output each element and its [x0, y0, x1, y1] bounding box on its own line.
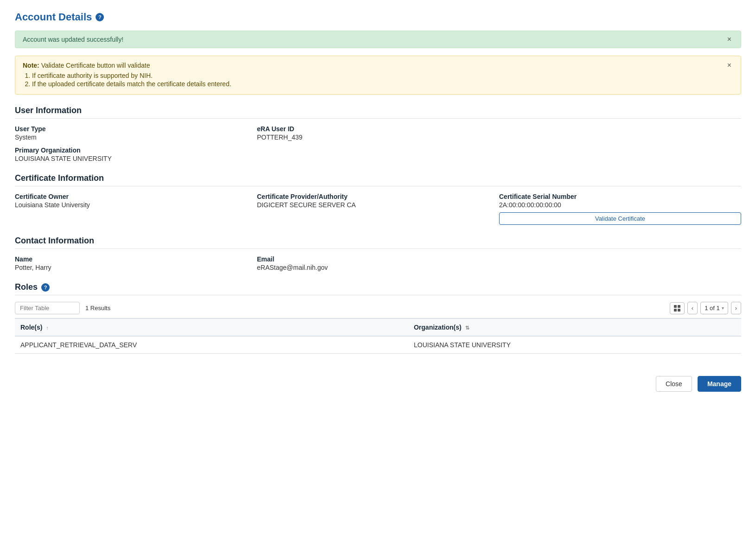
cert-provider-label: Certificate Provider/Authority: [257, 193, 499, 200]
column-header-organizations[interactable]: Organization(s) ⇅: [408, 318, 741, 336]
warning-list-item-2: If the uploaded certificate details matc…: [32, 80, 725, 88]
user-information-section-title: User Information: [15, 106, 741, 119]
page-title: Account Details ?: [15, 11, 741, 23]
contact-email-item: Email eRAStage@mail.nih.gov: [257, 255, 499, 271]
cert-owner-value: Louisiana State University: [15, 201, 257, 209]
column-toggle-button[interactable]: [670, 302, 685, 314]
primary-org-item: Primary Organization LOUISIANA STATE UNI…: [15, 146, 257, 162]
roles-section-title: Roles ?: [15, 282, 741, 295]
contact-name-label: Name: [15, 255, 257, 263]
roles-help-icon[interactable]: ?: [41, 283, 50, 292]
roles-table: Role(s) ↑ Organization(s) ⇅ APPLICANT_RE…: [15, 318, 741, 354]
table-toolbar-right: ‹ 1 of 1 ▾ ›: [670, 302, 741, 314]
warning-alert: Note: Validate Certificate button will v…: [15, 56, 741, 95]
warning-list-item-1: If certificate authority is supported by…: [32, 72, 725, 79]
pagination-dropdown-icon: ▾: [722, 306, 724, 311]
pagination-prev-button[interactable]: ‹: [687, 302, 698, 314]
results-count: 1 Results: [85, 305, 110, 312]
table-header: Role(s) ↑ Organization(s) ⇅: [15, 318, 741, 336]
era-user-id-label: eRA User ID: [257, 125, 499, 133]
column-organizations-label: Organization(s): [414, 324, 461, 331]
footer-actions: Close Manage: [15, 369, 741, 392]
table-cell-organization: LOUISIANA STATE UNIVERSITY: [408, 336, 741, 354]
pagination-current-text: 1 of 1: [705, 305, 720, 312]
table-header-row: Role(s) ↑ Organization(s) ⇅: [15, 318, 741, 336]
table-toolbar-left: 1 Results: [15, 302, 110, 314]
column-header-roles[interactable]: Role(s) ↑: [15, 318, 408, 336]
cert-serial-item: Certificate Serial Number 2A:00:00:00:00…: [499, 193, 741, 225]
warning-alert-close-button[interactable]: ×: [725, 62, 733, 69]
cert-owner-item: Certificate Owner Louisiana State Univer…: [15, 193, 257, 225]
contact-information-grid: Name Potter, Harry Email eRAStage@mail.n…: [15, 255, 741, 271]
table-body: APPLICANT_RETRIEVAL_DATA_SERVLOUISIANA S…: [15, 336, 741, 354]
table-cell-role: APPLICANT_RETRIEVAL_DATA_SERV: [15, 336, 408, 354]
organizations-sort-icon: ⇅: [465, 325, 469, 331]
warning-note-label: Note:: [23, 62, 39, 69]
contact-information-section-title: Contact Information: [15, 236, 741, 249]
pagination-current[interactable]: 1 of 1 ▾: [700, 302, 728, 314]
cert-serial-label: Certificate Serial Number: [499, 193, 741, 200]
user-type-value: System: [15, 134, 257, 141]
primary-org-label: Primary Organization: [15, 146, 257, 154]
cert-owner-label: Certificate Owner: [15, 193, 257, 200]
cert-provider-value: DIGICERT SECURE SERVER CA: [257, 201, 499, 209]
era-user-id-item: eRA User ID POTTERH_439: [257, 125, 499, 141]
cert-serial-value: 2A:00:00:00:00:00:00: [499, 201, 741, 209]
primary-org-value: LOUISIANA STATE UNIVERSITY: [15, 155, 257, 162]
warning-list: If certificate authority is supported by…: [32, 72, 725, 88]
success-alert-close-button[interactable]: ×: [725, 36, 733, 43]
column-roles-label: Role(s): [20, 324, 42, 331]
table-toolbar: 1 Results ‹ 1 of 1 ▾ ›: [15, 302, 741, 314]
page-title-text: Account Details: [15, 11, 92, 23]
validate-certificate-button[interactable]: Validate Certificate: [499, 212, 741, 225]
table-row: APPLICANT_RETRIEVAL_DATA_SERVLOUISIANA S…: [15, 336, 741, 354]
filter-table-input[interactable]: [15, 302, 80, 314]
cert-provider-item: Certificate Provider/Authority DIGICERT …: [257, 193, 499, 225]
user-type-item: User Type System: [15, 125, 257, 141]
warning-alert-body: Note: Validate Certificate button will v…: [23, 62, 725, 89]
close-button[interactable]: Close: [656, 376, 692, 392]
grid-icon: [674, 305, 680, 312]
contact-name-item: Name Potter, Harry: [15, 255, 257, 271]
user-information-grid: User Type System eRA User ID POTTERH_439…: [15, 125, 741, 162]
era-user-id-value: POTTERH_439: [257, 134, 499, 141]
user-type-label: User Type: [15, 125, 257, 133]
manage-button[interactable]: Manage: [698, 376, 741, 392]
warning-note-text: Note: Validate Certificate button will v…: [23, 62, 725, 69]
roles-sort-icon: ↑: [46, 325, 49, 331]
certificate-information-section-title: Certificate Information: [15, 173, 741, 186]
certificate-information-grid: Certificate Owner Louisiana State Univer…: [15, 193, 741, 225]
warning-note-content: Validate Certificate button will validat…: [41, 62, 150, 69]
roles-title-text: Roles: [15, 282, 38, 292]
page-title-help-icon[interactable]: ?: [96, 13, 104, 21]
pagination-next-button[interactable]: ›: [731, 302, 741, 314]
success-alert-message: Account was updated successfully!: [23, 36, 123, 43]
contact-email-value: eRAStage@mail.nih.gov: [257, 264, 499, 271]
contact-email-label: Email: [257, 255, 499, 263]
contact-name-value: Potter, Harry: [15, 264, 257, 271]
success-alert: Account was updated successfully! ×: [15, 31, 741, 48]
